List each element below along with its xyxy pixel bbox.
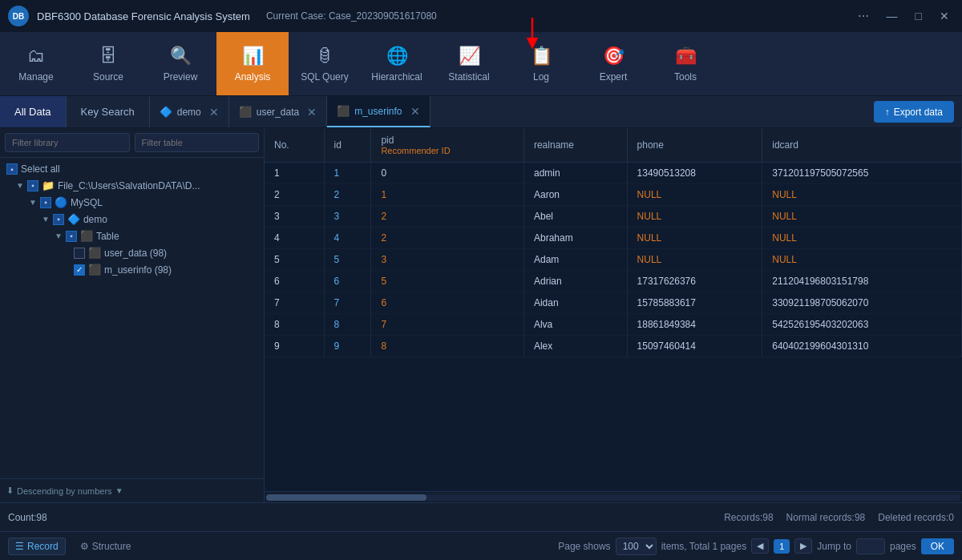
nav-log[interactable]: 📋 Log [505,32,577,95]
cell-id[interactable]: 1 [324,163,371,184]
table-checkbox[interactable]: ▪ [66,231,77,242]
col-pid-sub: Recommender ID [381,146,514,155]
table-expand-icon[interactable]: ▼ [55,232,63,240]
nav-expert[interactable]: 🎯 Expert [577,32,649,95]
cell-id[interactable]: 3 [324,206,371,228]
structure-button[interactable]: ⚙ Structure [74,538,138,554]
table-row: 665Adrian17317626376211204196803151798 [265,271,962,292]
cell-id[interactable]: 6 [324,271,371,292]
filter-table-input[interactable] [135,133,260,152]
tree-user-data-node[interactable]: ⬛ user_data (98) [0,244,264,261]
tab-user-data-close[interactable]: ✕ [307,106,317,119]
cell-pid[interactable]: 8 [371,336,524,357]
close-btn[interactable]: ✕ [935,10,954,22]
tree-file-node[interactable]: ▼ ▪ 📁 File_C:\Users\SalvationDATA\D... [0,177,264,194]
menu-btn[interactable]: ⋯ [853,10,874,22]
nav-statistical-label: Statistical [448,71,489,83]
minimize-btn[interactable]: — [882,10,903,22]
jump-page-input[interactable] [856,538,885,554]
tab-demo-icon: 🔷 [160,106,172,118]
tree-table-node[interactable]: ▼ ▪ ⬛ Table [0,228,264,244]
select-all-label: Select all [21,163,60,175]
demo-expand-icon[interactable]: ▼ [42,215,50,224]
cell-pid[interactable]: 1 [371,184,524,206]
next-page-btn[interactable]: ▶ [794,538,812,554]
user-data-checkbox[interactable] [74,248,85,259]
cell-no: 1 [265,163,324,184]
file-expand-icon[interactable]: ▼ [16,181,24,190]
current-page-btn[interactable]: 1 [774,539,790,554]
col-realname: realname [523,128,627,163]
nav-tools[interactable]: 🧰 Tools [649,32,722,95]
cell-idcard: 371201197505072565 [762,163,962,184]
cell-phone: 15097460414 [627,336,762,357]
cell-realname: admin [523,163,627,184]
table-wrap[interactable]: No. id pid Recommender ID realname phone… [265,128,962,491]
cell-id[interactable]: 7 [324,292,371,314]
select-all-checkbox[interactable]: ▪ [6,163,18,175]
cell-id[interactable]: 9 [324,336,371,357]
m-userinfo-checkbox[interactable]: ✓ [74,264,85,276]
file-checkbox[interactable]: ▪ [27,180,38,191]
cell-pid[interactable]: 5 [371,271,524,292]
nav-statistical[interactable]: 📈 Statistical [433,32,505,95]
cell-no: 3 [265,206,324,228]
cell-idcard: NULL [762,184,962,206]
table-area: No. id pid Recommender ID realname phone… [265,128,962,502]
tree-select-all[interactable]: ▪ Select all [0,161,264,177]
app-title: DBF6300 Database Forensic Analysis Syste… [37,10,250,22]
nav-tools-label: Tools [674,71,697,83]
tab-key-search[interactable]: Key Search [67,96,150,127]
nav-manage[interactable]: 🗂 Manage [0,32,72,95]
maximize-btn[interactable]: □ [911,10,927,22]
mysql-expand-icon[interactable]: ▼ [29,198,37,207]
cell-pid[interactable]: 2 [371,228,524,249]
tree-demo-node[interactable]: ▼ ▪ 🔷 demo [0,211,264,228]
cell-no: 5 [265,249,324,271]
cell-id[interactable]: 8 [324,314,371,336]
cell-pid[interactable]: 2 [371,206,524,228]
cell-no: 6 [265,271,324,292]
structure-icon: ⚙ [80,541,89,552]
record-button[interactable]: ☰ Record [8,538,66,555]
tab-demo[interactable]: 🔷 demo ✕ [150,96,229,127]
nav-sql-query[interactable]: 🛢 SQL Query [289,32,361,95]
deleted-records-label: Deleted records:0 [878,512,954,523]
cell-no: 2 [265,184,324,206]
filter-library-input[interactable] [5,133,130,152]
mysql-icon: 🔵 [55,196,67,208]
prev-page-btn[interactable]: ◀ [751,538,769,554]
tab-m-userinfo[interactable]: ⬛ m_userinfo ✕ [327,96,430,127]
demo-checkbox[interactable]: ▪ [53,214,64,225]
mysql-checkbox[interactable]: ▪ [40,197,51,208]
cell-pid[interactable]: 6 [371,292,524,314]
nav-source[interactable]: 🗄 Source [72,32,144,95]
tab-m-userinfo-close[interactable]: ✕ [410,105,420,118]
cell-id[interactable]: 5 [324,249,371,271]
nav-analysis[interactable]: 📊 Analysis [216,32,289,95]
items-label: items, Total 1 pages [661,541,747,552]
cell-pid[interactable]: 3 [371,249,524,271]
tree-m-userinfo-node[interactable]: ✓ ⬛ m_userinfo (98) [0,261,264,278]
sidebar-tree: ▪ Select all ▼ ▪ 📁 File_C:\Users\Salvati… [0,158,264,478]
export-button[interactable]: ↑ Export data [874,101,954,123]
tab-demo-close[interactable]: ✕ [209,106,219,119]
horizontal-scrollbar[interactable] [265,491,962,502]
col-pid: pid Recommender ID [371,128,524,163]
m-userinfo-icon: ⬛ [88,264,101,276]
page-size-select[interactable]: 100 50 200 [616,538,657,555]
nav-hierarchical[interactable]: 🌐 Hierarchical [361,32,433,95]
export-label: Export data [894,107,943,118]
expert-icon: 🎯 [603,46,624,66]
ok-button[interactable]: OK [921,538,954,554]
tree-mysql-node[interactable]: ▼ ▪ 🔵 MySQL [0,194,264,211]
cell-id[interactable]: 2 [324,184,371,206]
cell-idcard: 542526195403202063 [762,314,962,336]
nav-preview[interactable]: 🔍 Preview [144,32,216,95]
cell-pid[interactable]: 7 [371,314,524,336]
tab-all-data[interactable]: All Data [0,96,67,127]
sort-chevron[interactable]: ▼ [115,486,123,495]
tab-user-data[interactable]: ⬛ user_data ✕ [229,96,327,127]
count-label: Count:98 [8,512,47,523]
cell-id[interactable]: 4 [324,228,371,249]
